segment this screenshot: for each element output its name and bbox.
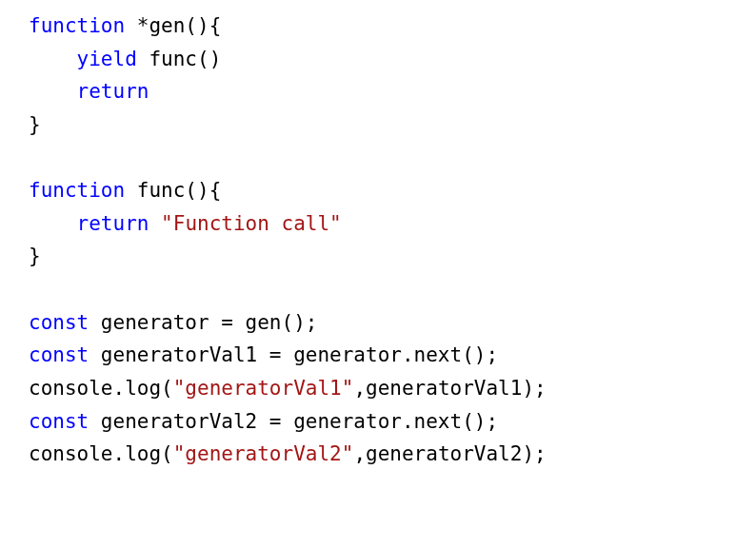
code-token: const xyxy=(29,311,89,334)
code-token: } xyxy=(29,113,41,136)
code-token: console.log( xyxy=(29,377,173,400)
code-block: function *gen(){ yield func() return } f… xyxy=(29,10,727,471)
code-token: generator = gen(); xyxy=(89,311,317,334)
code-token: console.log( xyxy=(29,442,173,465)
code-token xyxy=(29,48,77,70)
code-token: function xyxy=(29,179,125,202)
code-token: func() xyxy=(137,48,222,70)
code-token xyxy=(149,212,161,235)
code-token: "generatorVal2" xyxy=(173,442,354,465)
code-token xyxy=(29,212,77,235)
code-token: *gen(){ xyxy=(125,14,221,37)
code-token: generatorVal2 = generator.next(); xyxy=(89,410,498,433)
code-token: function xyxy=(29,14,125,37)
code-token: "generatorVal1" xyxy=(173,377,354,400)
code-token xyxy=(29,80,77,103)
code-content: function *gen(){ yield func() return } f… xyxy=(29,14,547,465)
code-token: return xyxy=(77,212,149,235)
code-token: func(){ xyxy=(125,179,221,202)
code-token: return xyxy=(77,80,149,103)
code-token: const xyxy=(29,343,89,366)
code-token: yield xyxy=(77,48,137,70)
code-token: "Function call" xyxy=(161,212,342,235)
code-token: const xyxy=(29,410,89,433)
code-token: generatorVal1 = generator.next(); xyxy=(89,343,498,366)
code-token: } xyxy=(29,245,41,267)
code-token: ,generatorVal1); xyxy=(353,377,546,400)
code-token: ,generatorVal2); xyxy=(353,442,546,465)
